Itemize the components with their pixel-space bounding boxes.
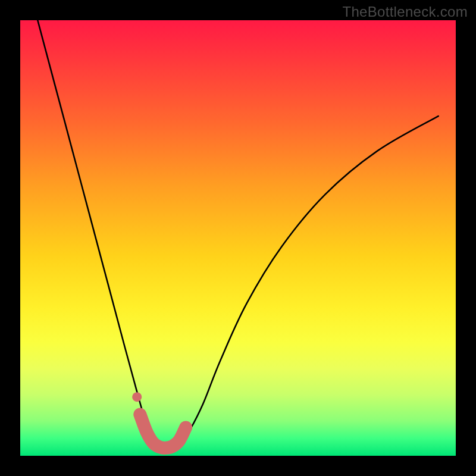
plot-area [20, 20, 456, 456]
watermark-text: TheBottleneck.com [342, 4, 468, 20]
chart-frame: TheBottleneck.com [0, 0, 476, 476]
